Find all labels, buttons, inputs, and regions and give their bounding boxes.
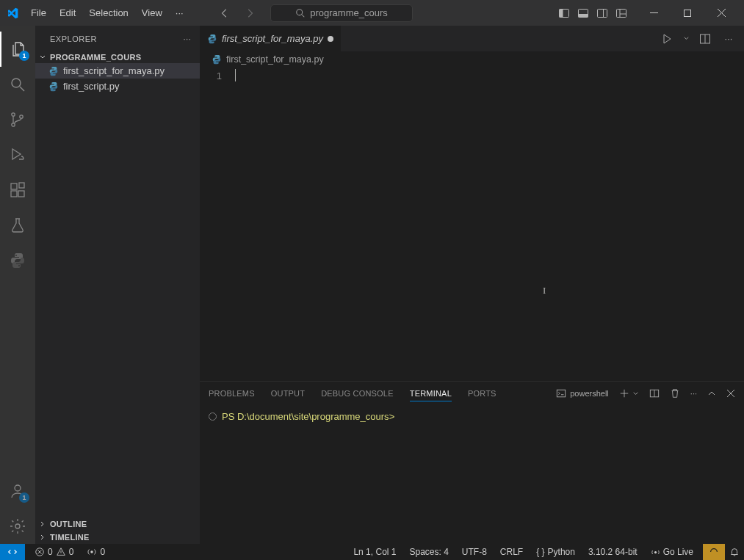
svg-point-18 [12, 123, 15, 126]
nav-forward-icon[interactable] [244, 7, 256, 19]
panel-more-icon[interactable]: ··· [690, 389, 697, 398]
code-area[interactable] [235, 68, 744, 381]
nav-buttons [219, 7, 256, 19]
chevron-down-icon [38, 53, 47, 62]
menu-edit[interactable]: Edit [54, 4, 82, 21]
activity-extensions[interactable] [0, 172, 35, 208]
status-bell[interactable] [725, 544, 744, 560]
close-button[interactable] [704, 0, 738, 26]
toggle-secondary-sidebar-icon[interactable] [593, 3, 612, 23]
remote-button[interactable] [0, 544, 25, 560]
split-terminal-icon[interactable] [649, 388, 660, 399]
svg-rect-5 [579, 14, 588, 18]
root-folder[interactable]: PROGRAMME_COURS [35, 51, 200, 63]
run-dropdown[interactable] [682, 31, 690, 47]
activity-run-debug[interactable] [0, 137, 35, 172]
editor-tab[interactable]: first_script_for_maya.py [200, 26, 342, 51]
bottom-panel: PROBLEMS OUTPUT DEBUG CONSOLE TERMINAL P… [200, 381, 744, 544]
terminal-body[interactable]: PS D:\document\site\programme_cours> [200, 405, 744, 544]
activity-settings[interactable] [0, 509, 35, 544]
golive-label: Go Live [663, 547, 693, 557]
breadcrumb[interactable]: first_script_for_maya.py [200, 51, 744, 68]
editor-tabs: first_script_for_maya.py ··· [200, 26, 744, 51]
activity-python[interactable] [0, 243, 35, 278]
activity-accounts[interactable]: 1 [0, 473, 35, 509]
bell-icon [729, 547, 740, 557]
svg-rect-8 [617, 9, 626, 17]
status-ports[interactable]: 0 [83, 547, 109, 557]
terminal-profile[interactable]: powershell [556, 388, 609, 399]
tab-label: first_script_for_maya.py [222, 33, 323, 44]
svg-rect-3 [560, 9, 563, 17]
terminal-status-icon [209, 412, 217, 421]
file-tree: PROGRAMME_COURS first_script_for_maya.py… [35, 51, 200, 517]
timeline-section[interactable]: TIMELINE [35, 531, 200, 544]
svg-point-38 [91, 550, 94, 553]
activity-source-control[interactable] [0, 102, 35, 137]
status-eol[interactable]: CRLF [496, 547, 527, 557]
radio-icon [87, 547, 97, 557]
editor-more-icon[interactable]: ··· [720, 31, 737, 47]
panel-tab-terminal[interactable]: TERMINAL [410, 386, 452, 401]
toggle-primary-sidebar-icon[interactable] [555, 3, 574, 23]
window-controls [637, 0, 738, 26]
sidebar-more-icon[interactable]: ··· [183, 33, 191, 44]
customize-layout-icon[interactable] [612, 3, 631, 23]
svg-rect-20 [11, 183, 17, 189]
status-problems[interactable]: 0 0 [31, 547, 77, 557]
nav-back-icon[interactable] [219, 7, 231, 19]
status-language[interactable]: { } Python [532, 547, 579, 557]
sidebar-title: EXPLORER [50, 34, 97, 43]
panel-tab-output[interactable]: OUTPUT [271, 386, 305, 401]
outline-label: OUTLINE [50, 520, 87, 528]
outline-section[interactable]: OUTLINE [35, 517, 200, 531]
panel-tab-problems[interactable]: PROBLEMS [209, 386, 255, 401]
status-interpreter[interactable]: 3.10.2 64-bit [585, 547, 641, 557]
maximize-button[interactable] [671, 0, 704, 26]
warning-icon [56, 547, 66, 557]
file-name: first_script.py [63, 81, 120, 92]
warning-count: 0 [69, 547, 74, 557]
file-item[interactable]: first_script.py [35, 79, 200, 94]
status-lncol[interactable]: Ln 1, Col 1 [350, 547, 400, 557]
editor-actions: ··· [659, 26, 744, 51]
editor-area: first_script_for_maya.py ··· first_scrip… [200, 26, 744, 544]
menu-more[interactable]: ··· [170, 4, 189, 21]
editor-body[interactable]: 1 [200, 68, 744, 381]
broadcast-icon [651, 548, 660, 557]
panel-actions: powershell ··· [556, 388, 735, 399]
status-golive[interactable]: Go Live [647, 547, 697, 557]
file-item[interactable]: first_script_for_maya.py [35, 63, 200, 79]
command-center[interactable]: programme_cours [270, 4, 413, 22]
chevron-right-icon [38, 533, 47, 542]
menu-file[interactable]: File [25, 4, 52, 21]
status-spaces[interactable]: Spaces: 4 [405, 547, 452, 557]
split-editor-icon[interactable] [697, 31, 713, 47]
layout-buttons [555, 3, 631, 23]
toggle-panel-icon[interactable] [574, 3, 593, 23]
panel-tab-debug[interactable]: DEBUG CONSOLE [321, 386, 394, 401]
activity-explorer[interactable]: 1 [0, 32, 35, 67]
close-panel-icon[interactable] [726, 389, 735, 398]
activity-testing[interactable] [0, 208, 35, 243]
remote-icon [7, 547, 18, 557]
activity-search[interactable] [0, 67, 35, 102]
menu-view[interactable]: View [136, 4, 168, 21]
status-encoding[interactable]: UTF-8 [458, 547, 491, 557]
status-notification[interactable] [703, 544, 725, 560]
minimize-button[interactable] [637, 0, 671, 26]
new-terminal-dropdown[interactable] [632, 390, 639, 397]
svg-rect-22 [18, 191, 24, 197]
dirty-indicator-icon [328, 36, 333, 42]
new-terminal-button[interactable] [619, 388, 629, 399]
maximize-panel-icon[interactable] [707, 389, 716, 398]
run-button[interactable] [659, 31, 675, 47]
menu-selection[interactable]: Selection [83, 4, 134, 21]
panel-tab-ports[interactable]: PORTS [468, 386, 496, 401]
python-file-icon [212, 54, 222, 65]
kill-terminal-icon[interactable] [670, 388, 680, 399]
title-bar: File Edit Selection View ··· programme_c… [0, 0, 744, 26]
mouse-text-cursor-icon: I [543, 285, 543, 297]
braces-icon: { } [536, 547, 544, 557]
explorer-badge: 1 [19, 51, 29, 61]
